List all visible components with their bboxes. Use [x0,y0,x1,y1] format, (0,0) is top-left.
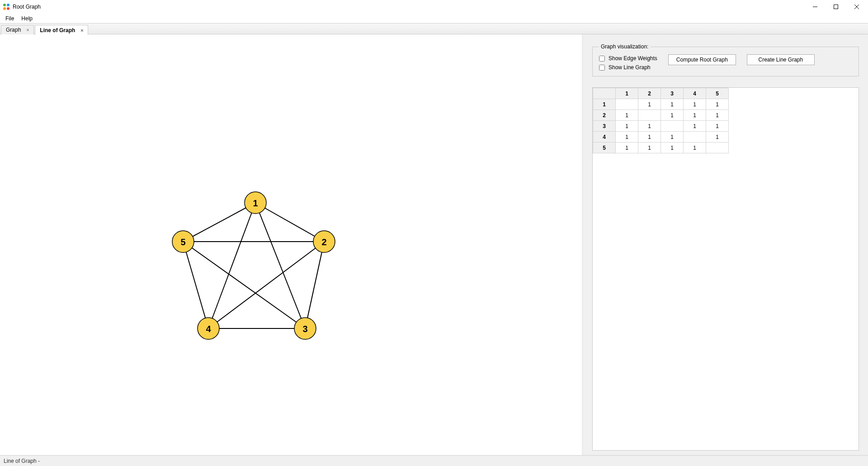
graph-edge[interactable] [255,203,305,328]
matrix-cell[interactable]: 1 [616,110,638,121]
graph-node-3[interactable]: 3 [294,318,316,339]
matrix-cell[interactable]: 1 [661,132,684,143]
close-icon [854,5,859,9]
maximize-button[interactable] [826,0,846,14]
graph-edge[interactable] [183,242,305,328]
graph-node-5[interactable]: 5 [172,231,194,252]
graph-node-4[interactable]: 4 [198,318,219,339]
tab-close-icon[interactable]: × [79,28,85,33]
app-icon [3,3,10,10]
matrix-cell[interactable]: 1 [661,99,684,110]
matrix-col-header[interactable]: 2 [638,88,661,99]
matrix-cell[interactable]: 1 [638,143,661,153]
matrix-cell[interactable] [684,132,706,143]
close-button[interactable] [846,0,867,14]
graph-node-label: 2 [321,237,326,247]
minimize-button[interactable] [805,0,826,14]
graph-node-label: 1 [253,198,258,208]
matrix-cell[interactable]: 1 [616,121,638,132]
graph-edge[interactable] [208,242,324,328]
minimize-icon [813,5,817,9]
side-panel: Graph visualization: Show Edge Weights S… [583,34,868,455]
show-line-graph-text: Show Line Graph [609,64,651,71]
matrix-cell[interactable]: 1 [638,99,661,110]
matrix-cell[interactable] [638,110,661,121]
graph-edge[interactable] [183,203,255,242]
matrix-col-header[interactable]: 4 [684,88,706,99]
matrix-cell[interactable]: 1 [684,99,706,110]
graph-node-label: 5 [180,237,185,247]
tab-close-icon[interactable]: × [24,27,31,33]
show-line-graph-checkbox[interactable] [599,65,605,71]
tab-label: Line of Graph [40,27,75,33]
matrix-cell[interactable]: 1 [706,132,729,143]
graph-canvas[interactable]: 12345 [0,34,583,455]
tab-line-of-graph[interactable]: Line of Graph × [35,25,88,35]
show-line-graph-label[interactable]: Show Line Graph [599,64,657,71]
matrix-cell[interactable]: 1 [706,121,729,132]
tab-label: Graph [6,27,21,33]
matrix-row-header[interactable]: 1 [593,99,616,110]
matrix-cell[interactable] [661,121,684,132]
visualization-legend: Graph visualization: [599,43,650,50]
maximize-icon [834,5,838,9]
visualization-group: Graph visualization: Show Edge Weights S… [592,43,859,76]
svg-point-1 [7,4,9,6]
compute-root-graph-button[interactable]: Compute Root Graph [668,54,736,65]
create-line-graph-button[interactable]: Create Line Graph [747,54,815,65]
titlebar: Root Graph [0,0,868,14]
matrix-col-header[interactable]: 3 [661,88,684,99]
menubar: File Help [0,14,868,24]
matrix-cell[interactable]: 1 [684,143,706,153]
matrix-col-header[interactable]: 1 [616,88,638,99]
show-edge-weights-label[interactable]: Show Edge Weights [599,55,657,62]
adjacency-matrix-panel[interactable]: 123451111121111311114111151111 [592,87,859,451]
show-edge-weights-text: Show Edge Weights [609,55,657,62]
show-edge-weights-checkbox[interactable] [599,56,605,62]
graph-edge[interactable] [255,203,324,242]
adjacency-matrix-table: 123451111121111311114111151111 [593,88,729,153]
window-title: Root Graph [13,4,41,10]
svg-point-3 [7,7,9,10]
matrix-row-header[interactable]: 5 [593,143,616,153]
matrix-cell[interactable]: 1 [616,132,638,143]
graph-edge[interactable] [183,242,208,328]
matrix-cell[interactable]: 1 [684,121,706,132]
svg-rect-5 [834,5,838,9]
menu-file[interactable]: File [2,14,18,23]
matrix-cell[interactable] [616,99,638,110]
tab-graph[interactable]: Graph × [1,25,34,34]
matrix-corner [593,88,616,99]
matrix-cell[interactable]: 1 [706,99,729,110]
menu-help[interactable]: Help [18,14,36,23]
matrix-cell[interactable]: 1 [706,110,729,121]
svg-point-0 [3,4,6,6]
graph-edge[interactable] [305,242,324,328]
graph-node-2[interactable]: 2 [313,231,335,252]
graph-node-label: 4 [206,324,211,334]
matrix-cell[interactable]: 1 [684,110,706,121]
matrix-row-header[interactable]: 4 [593,132,616,143]
matrix-cell[interactable]: 1 [638,121,661,132]
matrix-cell[interactable] [706,143,729,153]
matrix-col-header[interactable]: 5 [706,88,729,99]
tabbar: Graph × Line of Graph × [0,24,868,34]
graph-svg: 12345 [0,34,579,466]
matrix-cell[interactable]: 1 [638,132,661,143]
main-area: 12345 Graph visualization: Show Edge Wei… [0,34,868,455]
matrix-cell[interactable]: 1 [661,143,684,153]
svg-point-2 [3,7,6,10]
matrix-row-header[interactable]: 2 [593,110,616,121]
matrix-row-header[interactable]: 3 [593,121,616,132]
graph-node-label: 3 [302,324,307,334]
graph-node-1[interactable]: 1 [245,192,266,214]
matrix-cell[interactable]: 1 [661,110,684,121]
graph-edge[interactable] [208,203,255,328]
matrix-cell[interactable]: 1 [616,143,638,153]
